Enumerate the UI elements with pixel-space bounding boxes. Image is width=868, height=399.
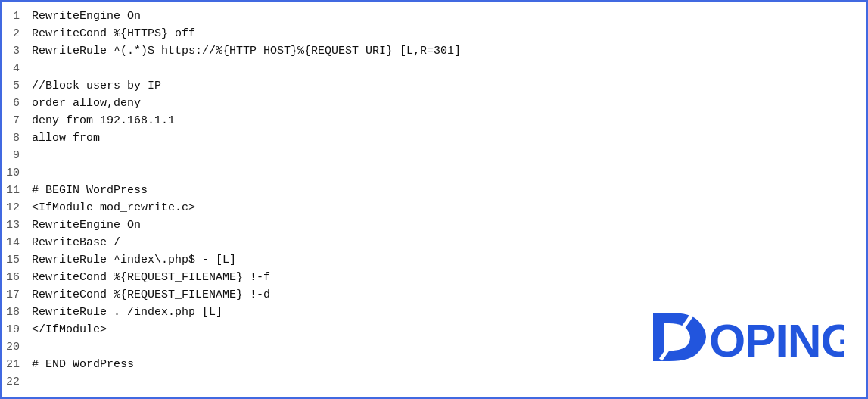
line-content: # BEGIN WordPress — [32, 182, 148, 199]
line-number: 5 — [2, 77, 32, 95]
line-content: deny from 192.168.1.1 — [32, 112, 175, 129]
code-line: 2RewriteCond %{HTTPS} off — [2, 25, 624, 42]
code-link: https://%{HTTP_HOST}%{REQUEST_URI} — [161, 45, 393, 58]
line-number: 7 — [2, 112, 32, 129]
code-line: 1RewriteEngine On — [2, 8, 624, 25]
line-number: 8 — [2, 129, 32, 147]
line-number: 12 — [2, 199, 32, 217]
line-content: RewriteRule ^(.*)$ https://%{HTTP_HOST}%… — [32, 42, 461, 60]
line-content: RewriteEngine On — [32, 217, 141, 234]
brand-logo: OPINGER — [647, 307, 844, 367]
line-number: 14 — [2, 234, 32, 251]
code-line: 22 — [2, 373, 624, 391]
svg-text:OPINGER: OPINGER — [709, 314, 844, 366]
line-content: # END WordPress — [32, 356, 134, 373]
line-content: </IfModule> — [32, 321, 107, 338]
code-line: 3RewriteRule ^(.*)$ https://%{HTTP_HOST}… — [2, 42, 624, 60]
code-line: 6order allow,deny — [2, 95, 624, 112]
line-content: order allow,deny — [32, 95, 141, 112]
line-number: 10 — [2, 164, 32, 182]
code-line: 21# END WordPress — [2, 356, 624, 373]
line-content: RewriteRule ^index\.php$ - [L] — [32, 251, 236, 269]
line-number: 22 — [2, 373, 32, 391]
line-number: 2 — [2, 25, 32, 42]
line-number: 1 — [2, 8, 32, 25]
line-number: 4 — [2, 60, 32, 77]
line-content: RewriteEngine On — [32, 8, 141, 25]
main-container: 1RewriteEngine On2RewriteCond %{HTTPS} o… — [0, 0, 868, 399]
line-number: 18 — [2, 304, 32, 321]
line-content: RewriteCond %{REQUEST_FILENAME} !-d — [32, 286, 270, 304]
code-line: 10 — [2, 164, 624, 182]
code-line: 4 — [2, 60, 624, 77]
line-content: RewriteCond %{REQUEST_FILENAME} !-f — [32, 269, 270, 286]
code-line: 12<IfModule mod_rewrite.c> — [2, 199, 624, 217]
line-number: 11 — [2, 182, 32, 199]
line-content: RewriteCond %{HTTPS} off — [32, 25, 195, 42]
code-block: 1RewriteEngine On2RewriteCond %{HTTPS} o… — [2, 2, 624, 397]
code-line: 8allow from — [2, 129, 624, 147]
line-number: 19 — [2, 321, 32, 338]
line-number: 6 — [2, 95, 32, 112]
line-number: 16 — [2, 269, 32, 286]
code-line: 11# BEGIN WordPress — [2, 182, 624, 199]
line-content: <IfModule mod_rewrite.c> — [32, 199, 195, 217]
dopinger-logo-svg: OPINGER — [647, 307, 844, 367]
line-content: allow from — [32, 129, 100, 147]
line-content: //Block users by IP — [32, 77, 161, 95]
code-line: 16RewriteCond %{REQUEST_FILENAME} !-f — [2, 269, 624, 286]
code-line: 9 — [2, 147, 624, 164]
code-line: 14RewriteBase / — [2, 234, 624, 251]
line-number: 9 — [2, 147, 32, 164]
code-line: 13RewriteEngine On — [2, 217, 624, 234]
line-content: RewriteBase / — [32, 234, 120, 251]
line-number: 15 — [2, 251, 32, 269]
code-line: 17RewriteCond %{REQUEST_FILENAME} !-d — [2, 286, 624, 304]
code-line: 18RewriteRule . /index.php [L] — [2, 304, 624, 321]
line-number: 21 — [2, 356, 32, 373]
code-line: 5//Block users by IP — [2, 77, 624, 95]
logo-area: OPINGER — [624, 2, 866, 397]
line-number: 3 — [2, 42, 32, 60]
code-line: 20 — [2, 338, 624, 356]
code-line: 15RewriteRule ^index\.php$ - [L] — [2, 251, 624, 269]
code-line: 7deny from 192.168.1.1 — [2, 112, 624, 129]
line-number: 20 — [2, 338, 32, 356]
code-line: 19</IfModule> — [2, 321, 624, 338]
line-content: RewriteRule . /index.php [L] — [32, 304, 222, 321]
line-number: 17 — [2, 286, 32, 304]
line-number: 13 — [2, 217, 32, 234]
